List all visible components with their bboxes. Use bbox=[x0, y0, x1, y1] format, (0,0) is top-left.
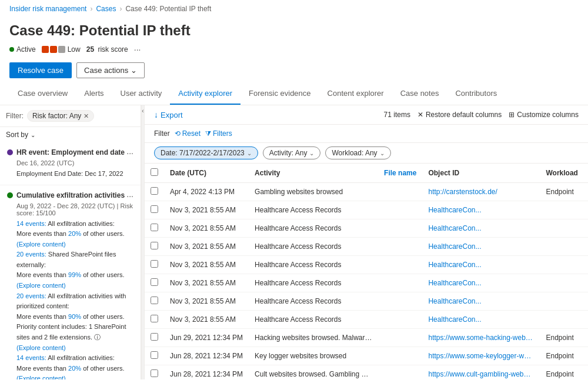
row-checkbox-6[interactable] bbox=[151, 297, 158, 304]
active-filters: Date: 7/17/2022-2/17/2023 ⌄ Activity: An… bbox=[145, 143, 588, 164]
table-row[interactable]: Jun 29, 2021 12:34 PM Hacking websites b… bbox=[145, 329, 588, 347]
row-date: Nov 3, 2021 8:55 AM bbox=[164, 256, 249, 274]
table-row[interactable]: Jun 28, 2021 12:34 PM Key logger website… bbox=[145, 347, 588, 365]
row-object-id: HealthcareCon... bbox=[422, 274, 540, 292]
col-filename[interactable]: File name bbox=[378, 164, 422, 183]
explore-link-1[interactable]: (Explore content) bbox=[16, 241, 66, 248]
row-object-id: https://www.some-hacking-websi... bbox=[422, 329, 540, 347]
restore-label: Restore default columns bbox=[426, 111, 502, 119]
col-activity[interactable]: Activity bbox=[249, 164, 378, 183]
workload-filter-pill[interactable]: Workload: Any ⌄ bbox=[325, 146, 390, 159]
table-row[interactable]: Nov 3, 2021 8:55 AM Healthcare Access Re… bbox=[145, 256, 588, 274]
explore-link-3[interactable]: (Explore content) bbox=[16, 344, 66, 351]
col-item-type[interactable]: Item type bbox=[584, 164, 588, 183]
tab-case-notes[interactable]: Case notes bbox=[392, 83, 447, 105]
row-activity: Cult websites browsed. Gambling web... bbox=[249, 365, 378, 380]
row-checkbox-cell[interactable] bbox=[145, 238, 164, 256]
page-header: Case 449: Potential IP theft bbox=[0, 18, 588, 41]
row-item-type bbox=[584, 274, 588, 292]
row-workload bbox=[540, 201, 583, 219]
col-date[interactable]: Date (UTC) bbox=[164, 164, 249, 183]
collapse-icon[interactable]: ‹ bbox=[142, 108, 143, 114]
table-header-row: Date (UTC) Activity File name Object ID … bbox=[145, 164, 588, 183]
select-all-header[interactable] bbox=[145, 164, 164, 183]
row-checkbox-cell[interactable] bbox=[145, 311, 164, 329]
col-workload[interactable]: Workload bbox=[540, 164, 583, 183]
table-row[interactable]: Apr 4, 2022 4:13 PM Gambling websites br… bbox=[145, 183, 588, 201]
tab-forensic-evidence[interactable]: Forensic evidence bbox=[240, 83, 319, 105]
event-more-button[interactable]: ··· bbox=[126, 148, 133, 158]
event-card-exfiltration[interactable]: Cumulative exfiltration activities ··· A… bbox=[0, 185, 141, 380]
event-body-2: 14 events: All exfiltration activities:M… bbox=[7, 219, 133, 380]
tab-case-overview[interactable]: Case overview bbox=[9, 83, 76, 105]
sort-bar[interactable]: Sort by ⌄ bbox=[0, 127, 141, 142]
restore-columns-button[interactable]: ✕ Restore default columns bbox=[417, 111, 502, 119]
row-workload: Endpoint bbox=[540, 329, 583, 347]
row-checkbox-8[interactable] bbox=[151, 333, 158, 341]
row-checkbox-0[interactable] bbox=[151, 187, 158, 195]
row-checkbox-10[interactable] bbox=[151, 369, 158, 377]
tab-user-activity[interactable]: User activity bbox=[112, 83, 171, 105]
row-checkbox-2[interactable] bbox=[151, 224, 158, 231]
left-panel: Filter: Risk factor: Any ✕ Sort by ⌄ HR … bbox=[0, 105, 141, 379]
table-row[interactable]: Nov 3, 2021 8:55 AM Healthcare Access Re… bbox=[145, 219, 588, 238]
table-row[interactable]: Nov 3, 2021 8:55 AM Healthcare Access Re… bbox=[145, 311, 588, 329]
filters-button[interactable]: ⧩ Filters bbox=[205, 129, 232, 138]
table-row[interactable]: Nov 3, 2021 8:55 AM Healthcare Access Re… bbox=[145, 274, 588, 292]
row-checkbox-cell[interactable] bbox=[145, 183, 164, 201]
export-button[interactable]: ↓ Export bbox=[154, 110, 183, 119]
activity-filter-pill[interactable]: Activity: Any ⌄ bbox=[263, 146, 321, 159]
row-workload bbox=[540, 311, 583, 329]
explore-link-4[interactable]: (Explore content) bbox=[16, 375, 66, 379]
event-dot-purple bbox=[7, 149, 13, 155]
row-checkbox-cell[interactable] bbox=[145, 347, 164, 365]
tab-content-explorer[interactable]: Content explorer bbox=[319, 83, 392, 105]
event-more-button-2[interactable]: ··· bbox=[126, 191, 133, 201]
risk-score-text: risk score bbox=[98, 45, 128, 54]
row-checkbox-cell[interactable] bbox=[145, 292, 164, 311]
tab-contributors[interactable]: Contributors bbox=[447, 83, 505, 105]
breadcrumb-item-2[interactable]: Cases bbox=[96, 5, 116, 13]
row-checkbox-cell[interactable] bbox=[145, 365, 164, 380]
row-item-type bbox=[584, 256, 588, 274]
row-object-id: HealthcareCon... bbox=[422, 238, 540, 256]
row-checkbox-3[interactable] bbox=[151, 242, 158, 249]
select-all-checkbox[interactable] bbox=[151, 168, 158, 176]
filter-chip-remove[interactable]: ✕ bbox=[83, 112, 89, 120]
breadcrumb-item-1[interactable]: Insider risk management bbox=[9, 5, 86, 13]
tab-alerts[interactable]: Alerts bbox=[76, 83, 112, 105]
row-checkbox-4[interactable] bbox=[151, 260, 158, 268]
panel-divider[interactable]: ‹ bbox=[141, 105, 145, 379]
col-object-id[interactable]: Object ID bbox=[422, 164, 540, 183]
row-checkbox-9[interactable] bbox=[151, 351, 158, 359]
case-actions-button[interactable]: Case actions ⌄ bbox=[76, 62, 145, 78]
event-card-hr[interactable]: HR event: Employment end date ··· Dec 16… bbox=[0, 142, 141, 185]
table-row[interactable]: Jun 28, 2021 12:34 PM Cult websites brow… bbox=[145, 365, 588, 380]
customize-columns-button[interactable]: ⊞ Customize columns bbox=[509, 111, 579, 119]
row-checkbox-cell[interactable] bbox=[145, 201, 164, 219]
tab-activity-explorer[interactable]: Activity explorer bbox=[170, 83, 240, 105]
event-list: HR event: Employment end date ··· Dec 16… bbox=[0, 142, 141, 379]
row-checkbox-1[interactable] bbox=[151, 205, 158, 213]
table-row[interactable]: Nov 3, 2021 8:55 AM Healthcare Access Re… bbox=[145, 201, 588, 219]
more-options-button[interactable]: ··· bbox=[134, 45, 141, 54]
explore-link-2[interactable]: (Explore content) bbox=[16, 282, 66, 289]
toolbar-right: 71 items ✕ Restore default columns ⊞ Cus… bbox=[384, 111, 579, 119]
filter-chip[interactable]: Risk factor: Any ✕ bbox=[27, 110, 94, 122]
row-filename bbox=[378, 347, 422, 365]
row-checkbox-5[interactable] bbox=[151, 278, 158, 286]
resolve-case-button[interactable]: Resolve case bbox=[9, 62, 72, 78]
page-title: Case 449: Potential IP theft bbox=[9, 22, 579, 39]
row-checkbox-7[interactable] bbox=[151, 315, 158, 322]
row-checkbox-cell[interactable] bbox=[145, 329, 164, 347]
reset-button[interactable]: ⟲ Reset bbox=[175, 129, 201, 138]
row-checkbox-cell[interactable] bbox=[145, 274, 164, 292]
row-checkbox-cell[interactable] bbox=[145, 219, 164, 238]
table-row[interactable]: Nov 3, 2021 8:55 AM Healthcare Access Re… bbox=[145, 238, 588, 256]
row-checkbox-cell[interactable] bbox=[145, 256, 164, 274]
table-row[interactable]: Nov 3, 2021 8:55 AM Healthcare Access Re… bbox=[145, 292, 588, 311]
date-filter-pill[interactable]: Date: 7/17/2022-2/17/2023 ⌄ bbox=[154, 146, 258, 159]
sort-label: Sort by bbox=[6, 131, 28, 139]
row-date: Jun 28, 2021 12:34 PM bbox=[164, 347, 249, 365]
status-bar: Active Low 25 risk score ··· bbox=[0, 41, 588, 58]
